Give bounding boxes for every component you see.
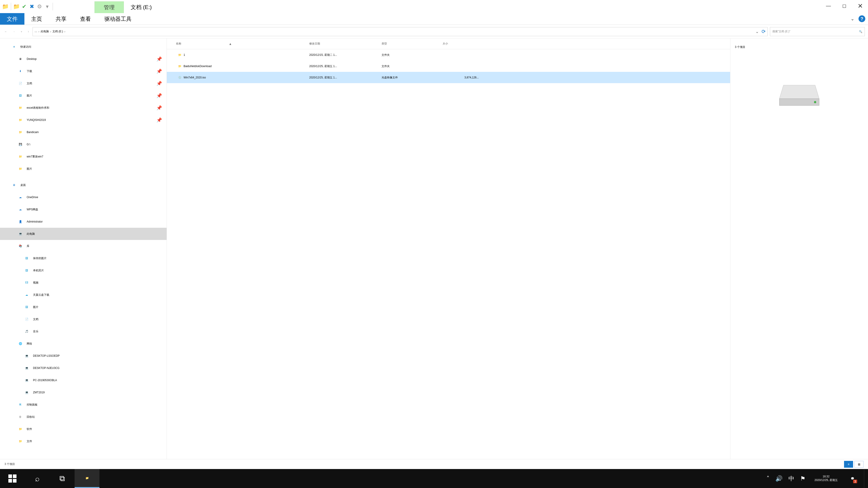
tree-item[interactable]: ☁天翼云盘下载 xyxy=(0,289,166,301)
item-icon: 📁 xyxy=(17,167,24,170)
tree-label: 本机照片 xyxy=(33,269,44,272)
refresh-icon[interactable]: ⟳ xyxy=(762,29,766,35)
item-icon: 🖼 xyxy=(24,269,30,272)
nav-up-icon[interactable]: ↑ xyxy=(28,30,29,33)
tree-item[interactable]: 👤Administrator xyxy=(0,216,166,228)
nav-arrows: ← → ▾ ↑ xyxy=(3,30,30,33)
tree-item[interactable]: 💻DESKTOP-LSSOEDP xyxy=(0,350,166,362)
tree-files[interactable]: 📁 文件 xyxy=(0,435,166,447)
file-row[interactable]: 💿Win7x64_2020.iso2020/12/25, 星期五 1...光盘映… xyxy=(167,72,730,83)
close-button[interactable]: ✕ xyxy=(852,0,868,12)
context-tab-manage[interactable]: 管理 xyxy=(94,1,124,13)
tree-desktop[interactable]: 🖥 桌面 xyxy=(0,179,166,191)
file-row[interactable]: 📁12020/12/15, 星期二 1...文件夹 xyxy=(167,49,730,61)
ime-indicator[interactable]: 中 xyxy=(788,475,794,483)
volume-icon[interactable]: 🔊 xyxy=(775,475,782,482)
tree-item[interactable]: 📄文档📌 xyxy=(0,77,166,90)
action-center-icon[interactable]: 💬3 xyxy=(847,473,858,484)
tree-item[interactable]: 🖼图片 xyxy=(0,301,166,313)
tree-label: 此电脑 xyxy=(27,232,35,236)
gear-icon[interactable]: ⚙ xyxy=(36,3,43,10)
start-button[interactable] xyxy=(0,469,25,488)
tree-item[interactable]: 💻DESKTOP-NJEU3CG xyxy=(0,362,166,374)
tree-control-panel[interactable]: 🛠 控制面板 xyxy=(0,398,166,411)
search-icon[interactable]: 🔍 xyxy=(859,30,862,33)
tree-item[interactable]: 🎵音乐 xyxy=(0,325,166,337)
window-title: 文档 (E:) xyxy=(124,1,158,13)
tree-item[interactable]: 🖥Desktop📌 xyxy=(0,53,166,65)
address-dropdown-icon[interactable]: ⌄ xyxy=(755,29,759,34)
taskbar-clock[interactable]: 16:32 2020/12/25, 星期五 xyxy=(811,475,841,482)
show-desktop-button[interactable] xyxy=(864,469,866,488)
close-x-icon[interactable]: ✖ xyxy=(29,3,35,10)
tree-item[interactable]: 📁YUNQISHI2019📌 xyxy=(0,114,166,126)
tree-label: Desktop xyxy=(27,57,37,61)
nav-recent-icon[interactable]: ▾ xyxy=(21,30,22,33)
nav-tree[interactable]: ★ 快速访问 🖥Desktop📌⬇下载📌📄文档📌🖼图片📌📁excel表格制作求和… xyxy=(0,38,167,459)
tree-network[interactable]: 🌐 网络 xyxy=(0,337,166,350)
tree-item[interactable]: 🖼保存的图片 xyxy=(0,252,166,264)
preview-pane: 3 个项目 xyxy=(730,38,868,459)
tree-item[interactable]: 📁excel表格制作求和📌 xyxy=(0,102,166,114)
tray-chevron-up-icon[interactable]: ˄ xyxy=(767,475,770,482)
view-thumbnails-button[interactable]: ▦ xyxy=(855,461,864,468)
tree-item[interactable]: 📚库 xyxy=(0,240,166,252)
task-view-icon[interactable]: ⧉ xyxy=(50,469,74,488)
help-icon[interactable]: ? xyxy=(859,15,865,22)
tree-quick-access[interactable]: ★ 快速访问 xyxy=(0,41,166,53)
tree-item[interactable]: 📁win7重装win7 xyxy=(0,151,166,163)
ribbon-tab-view[interactable]: 查看 xyxy=(73,13,98,25)
tree-item[interactable]: 🎞视频 xyxy=(0,276,166,289)
col-name[interactable]: 名称 ▲ xyxy=(176,42,309,46)
chevron-right-icon: › xyxy=(50,30,51,33)
ribbon-collapse-icon[interactable]: ⌄ xyxy=(850,16,855,22)
tree-item[interactable]: ☁WPS网盘 xyxy=(0,203,166,216)
view-details-button[interactable]: ≡ xyxy=(844,461,853,468)
ribbon-tab-home[interactable]: 主页 xyxy=(24,13,49,25)
tree-item[interactable]: 💻PC-20190530OBLA xyxy=(0,374,166,386)
tree-item[interactable]: 📄文档 xyxy=(0,313,166,325)
col-date[interactable]: 修改日期 xyxy=(309,42,381,46)
col-type[interactable]: 类型 xyxy=(381,42,442,46)
nav-back-icon[interactable]: ← xyxy=(4,30,7,33)
folder-icon[interactable]: 📁 xyxy=(13,3,20,10)
breadcrumb-item[interactable]: 此电脑 xyxy=(41,30,49,33)
minimize-button[interactable]: — xyxy=(820,0,836,12)
nav-forward-icon[interactable]: → xyxy=(13,30,16,33)
tree-item[interactable]: ☁OneDrive xyxy=(0,191,166,203)
taskbar-search-icon[interactable]: ⌕ xyxy=(25,469,50,488)
ribbon-file-tab[interactable]: 文件 xyxy=(0,13,24,25)
tree-item[interactable]: 📁图片 xyxy=(0,163,166,175)
tree-label: ZMT2019 xyxy=(33,391,44,394)
tree-item[interactable]: 💻此电脑 xyxy=(0,228,166,240)
security-icon[interactable]: ⚑ xyxy=(800,475,805,482)
chevron-down-icon[interactable]: ▾ xyxy=(44,3,51,10)
taskbar-explorer-icon[interactable]: 📁 xyxy=(74,469,99,488)
tree-item[interactable]: ⬇下载📌 xyxy=(0,65,166,77)
tree-label: G:\ xyxy=(27,143,30,146)
item-icon: 📁 xyxy=(17,155,24,158)
pin-icon: 📌 xyxy=(156,68,162,74)
tree-label: excel表格制作求和 xyxy=(27,106,49,110)
tree-label: OneDrive xyxy=(27,196,38,199)
maximize-button[interactable]: ◻ xyxy=(836,0,852,12)
tree-label: 图片 xyxy=(33,305,38,309)
tree-item[interactable]: 📁Bandicam xyxy=(0,126,166,138)
ribbon-tab-share[interactable]: 共享 xyxy=(49,13,73,25)
tree-item[interactable]: 🖼图片📌 xyxy=(0,90,166,102)
col-size[interactable]: 大小 xyxy=(442,42,481,46)
breadcrumb-item[interactable]: 文档 (E:) xyxy=(53,30,63,33)
check-icon[interactable]: ✔ xyxy=(21,3,27,10)
tree-recycle-bin[interactable]: 🗑 回收站 xyxy=(0,411,166,423)
tree-item[interactable]: 🖼本机照片 xyxy=(0,264,166,276)
tree-software[interactable]: 📁 软件 xyxy=(0,423,166,435)
ribbon-tab-drive-tools[interactable]: 驱动器工具 xyxy=(98,13,138,25)
search-box[interactable]: 搜索"文档 (E:)" 🔍 xyxy=(770,27,865,36)
tree-label: 文档 xyxy=(33,318,38,321)
tree-item[interactable]: 💻ZMT2019 xyxy=(0,386,166,398)
file-date: 2020/12/25, 星期五 1... xyxy=(309,64,381,68)
file-row[interactable]: 📁BaiduNetdiskDownload2020/12/25, 星期五 1..… xyxy=(167,61,730,72)
address-bar[interactable]: ▭ › 此电脑 › 文档 (E:) › ⌄ ⟳ xyxy=(33,27,768,36)
clock-time: 16:32 xyxy=(814,475,838,479)
tree-item[interactable]: 💾G:\ xyxy=(0,138,166,151)
